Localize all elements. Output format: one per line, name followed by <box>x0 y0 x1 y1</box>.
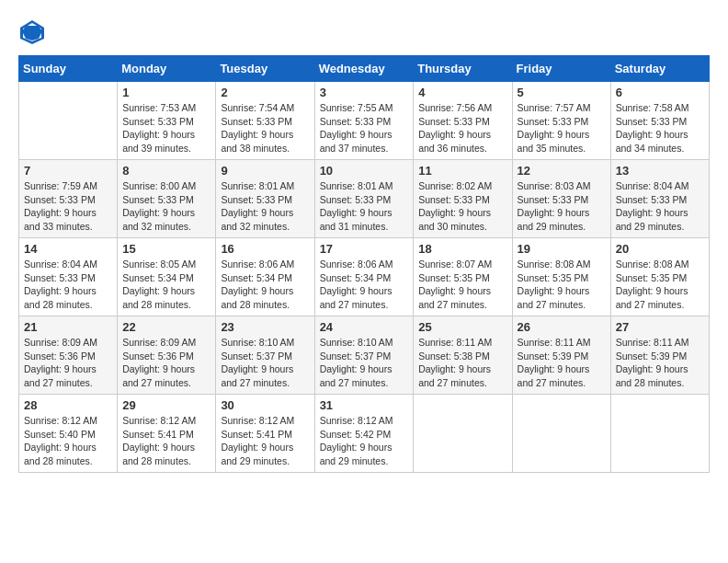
calendar-cell: 2Sunrise: 7:54 AM Sunset: 5:33 PM Daylig… <box>216 82 314 160</box>
calendar-table: SundayMondayTuesdayWednesdayThursdayFrid… <box>18 55 710 473</box>
day-info: Sunrise: 8:09 AM Sunset: 5:36 PM Dayligh… <box>24 336 112 390</box>
calendar-header-friday: Friday <box>512 56 610 82</box>
day-info: Sunrise: 8:06 AM Sunset: 5:34 PM Dayligh… <box>320 258 409 312</box>
day-info: Sunrise: 8:09 AM Sunset: 5:36 PM Dayligh… <box>122 336 210 390</box>
day-number: 4 <box>418 86 506 99</box>
day-info: Sunrise: 8:01 AM Sunset: 5:33 PM Dayligh… <box>320 179 409 234</box>
calendar-cell: 10Sunrise: 8:01 AM Sunset: 5:33 PM Dayli… <box>314 160 414 238</box>
day-number: 8 <box>122 164 210 178</box>
calendar-cell: 25Sunrise: 8:11 AM Sunset: 5:38 PM Dayli… <box>414 316 512 395</box>
day-number: 1 <box>122 86 210 99</box>
day-number: 27 <box>616 320 704 334</box>
day-number: 26 <box>518 320 606 334</box>
day-number: 17 <box>320 242 409 256</box>
day-info: Sunrise: 7:57 AM Sunset: 5:33 PM Dayligh… <box>518 101 606 155</box>
calendar-cell: 5Sunrise: 7:57 AM Sunset: 5:33 PM Daylig… <box>512 82 610 160</box>
calendar-cell: 17Sunrise: 8:06 AM Sunset: 5:34 PM Dayli… <box>314 238 414 316</box>
day-info: Sunrise: 7:55 AM Sunset: 5:33 PM Dayligh… <box>320 101 409 155</box>
day-info: Sunrise: 8:04 AM Sunset: 5:33 PM Dayligh… <box>24 258 112 312</box>
calendar-cell: 20Sunrise: 8:08 AM Sunset: 5:35 PM Dayli… <box>610 238 709 316</box>
calendar-cell: 11Sunrise: 8:02 AM Sunset: 5:33 PM Dayli… <box>414 160 512 238</box>
day-info: Sunrise: 7:54 AM Sunset: 5:33 PM Dayligh… <box>221 101 309 155</box>
day-number: 24 <box>320 320 409 334</box>
calendar-cell <box>610 395 709 473</box>
calendar-cell: 26Sunrise: 8:11 AM Sunset: 5:39 PM Dayli… <box>512 316 610 395</box>
header <box>18 18 710 46</box>
calendar-header-tuesday: Tuesday <box>216 56 314 82</box>
day-info: Sunrise: 8:04 AM Sunset: 5:33 PM Dayligh… <box>616 179 704 234</box>
calendar-header-sunday: Sunday <box>19 56 118 82</box>
day-number: 31 <box>320 398 409 412</box>
day-info: Sunrise: 8:06 AM Sunset: 5:34 PM Dayligh… <box>221 258 309 312</box>
day-info: Sunrise: 8:11 AM Sunset: 5:39 PM Dayligh… <box>616 336 704 390</box>
calendar-cell: 3Sunrise: 7:55 AM Sunset: 5:33 PM Daylig… <box>314 82 414 160</box>
day-info: Sunrise: 8:01 AM Sunset: 5:33 PM Dayligh… <box>221 179 309 234</box>
day-number: 16 <box>221 242 309 256</box>
day-number: 14 <box>24 242 112 256</box>
calendar-cell: 1Sunrise: 7:53 AM Sunset: 5:33 PM Daylig… <box>118 82 216 160</box>
calendar-cell <box>19 82 118 160</box>
calendar-cell: 15Sunrise: 8:05 AM Sunset: 5:34 PM Dayli… <box>118 238 216 316</box>
calendar-cell: 24Sunrise: 8:10 AM Sunset: 5:37 PM Dayli… <box>314 316 414 395</box>
calendar-cell: 22Sunrise: 8:09 AM Sunset: 5:36 PM Dayli… <box>118 316 216 395</box>
day-info: Sunrise: 8:10 AM Sunset: 5:37 PM Dayligh… <box>320 336 409 390</box>
calendar-cell: 18Sunrise: 8:07 AM Sunset: 5:35 PM Dayli… <box>414 238 512 316</box>
calendar-cell: 28Sunrise: 8:12 AM Sunset: 5:40 PM Dayli… <box>19 395 118 473</box>
day-number: 3 <box>320 86 409 99</box>
calendar-header-monday: Monday <box>118 56 216 82</box>
calendar-cell: 29Sunrise: 8:12 AM Sunset: 5:41 PM Dayli… <box>118 395 216 473</box>
calendar-header-thursday: Thursday <box>414 56 512 82</box>
day-number: 29 <box>122 398 210 412</box>
calendar-week-row: 14Sunrise: 8:04 AM Sunset: 5:33 PM Dayli… <box>19 238 710 316</box>
day-number: 11 <box>418 164 506 178</box>
day-info: Sunrise: 8:05 AM Sunset: 5:34 PM Dayligh… <box>122 258 210 312</box>
day-number: 20 <box>616 242 704 256</box>
calendar-cell: 8Sunrise: 8:00 AM Sunset: 5:33 PM Daylig… <box>118 160 216 238</box>
calendar-cell: 30Sunrise: 8:12 AM Sunset: 5:41 PM Dayli… <box>216 395 314 473</box>
day-info: Sunrise: 8:12 AM Sunset: 5:41 PM Dayligh… <box>221 414 309 468</box>
day-number: 10 <box>320 164 409 178</box>
day-info: Sunrise: 7:53 AM Sunset: 5:33 PM Dayligh… <box>122 101 210 155</box>
day-info: Sunrise: 8:08 AM Sunset: 5:35 PM Dayligh… <box>616 258 704 312</box>
day-info: Sunrise: 8:12 AM Sunset: 5:42 PM Dayligh… <box>320 414 409 468</box>
calendar-cell <box>512 395 610 473</box>
calendar-cell: 31Sunrise: 8:12 AM Sunset: 5:42 PM Dayli… <box>314 395 414 473</box>
day-number: 6 <box>616 86 704 99</box>
day-info: Sunrise: 8:02 AM Sunset: 5:33 PM Dayligh… <box>418 179 506 234</box>
day-number: 7 <box>24 164 112 178</box>
day-number: 13 <box>616 164 704 178</box>
calendar-cell: 9Sunrise: 8:01 AM Sunset: 5:33 PM Daylig… <box>216 160 314 238</box>
day-number: 5 <box>518 86 606 99</box>
day-number: 18 <box>418 242 506 256</box>
calendar-cell: 4Sunrise: 7:56 AM Sunset: 5:33 PM Daylig… <box>414 82 512 160</box>
calendar-cell: 7Sunrise: 7:59 AM Sunset: 5:33 PM Daylig… <box>19 160 118 238</box>
day-number: 19 <box>518 242 606 256</box>
day-info: Sunrise: 8:11 AM Sunset: 5:39 PM Dayligh… <box>518 336 606 390</box>
day-number: 22 <box>122 320 210 334</box>
day-number: 30 <box>221 398 309 412</box>
day-number: 21 <box>24 320 112 334</box>
day-number: 23 <box>221 320 309 334</box>
calendar-header-saturday: Saturday <box>610 56 709 82</box>
calendar-cell: 16Sunrise: 8:06 AM Sunset: 5:34 PM Dayli… <box>216 238 314 316</box>
day-info: Sunrise: 8:12 AM Sunset: 5:40 PM Dayligh… <box>24 414 112 468</box>
logo <box>18 18 50 46</box>
calendar-header-wednesday: Wednesday <box>314 56 414 82</box>
day-info: Sunrise: 7:58 AM Sunset: 5:33 PM Dayligh… <box>616 101 704 155</box>
day-info: Sunrise: 7:56 AM Sunset: 5:33 PM Dayligh… <box>418 101 506 155</box>
calendar-cell: 14Sunrise: 8:04 AM Sunset: 5:33 PM Dayli… <box>19 238 118 316</box>
day-info: Sunrise: 8:12 AM Sunset: 5:41 PM Dayligh… <box>122 414 210 468</box>
calendar-cell: 19Sunrise: 8:08 AM Sunset: 5:35 PM Dayli… <box>512 238 610 316</box>
calendar-cell: 12Sunrise: 8:03 AM Sunset: 5:33 PM Dayli… <box>512 160 610 238</box>
calendar-week-row: 1Sunrise: 7:53 AM Sunset: 5:33 PM Daylig… <box>19 82 710 160</box>
day-number: 9 <box>221 164 309 178</box>
day-info: Sunrise: 8:03 AM Sunset: 5:33 PM Dayligh… <box>518 179 606 234</box>
calendar-header-row: SundayMondayTuesdayWednesdayThursdayFrid… <box>19 56 710 82</box>
day-number: 25 <box>418 320 506 334</box>
calendar-week-row: 21Sunrise: 8:09 AM Sunset: 5:36 PM Dayli… <box>19 316 710 395</box>
day-info: Sunrise: 8:08 AM Sunset: 5:35 PM Dayligh… <box>518 258 606 312</box>
day-number: 28 <box>24 398 112 412</box>
day-info: Sunrise: 8:11 AM Sunset: 5:38 PM Dayligh… <box>418 336 506 390</box>
calendar-cell: 13Sunrise: 8:04 AM Sunset: 5:33 PM Dayli… <box>610 160 709 238</box>
day-number: 15 <box>122 242 210 256</box>
